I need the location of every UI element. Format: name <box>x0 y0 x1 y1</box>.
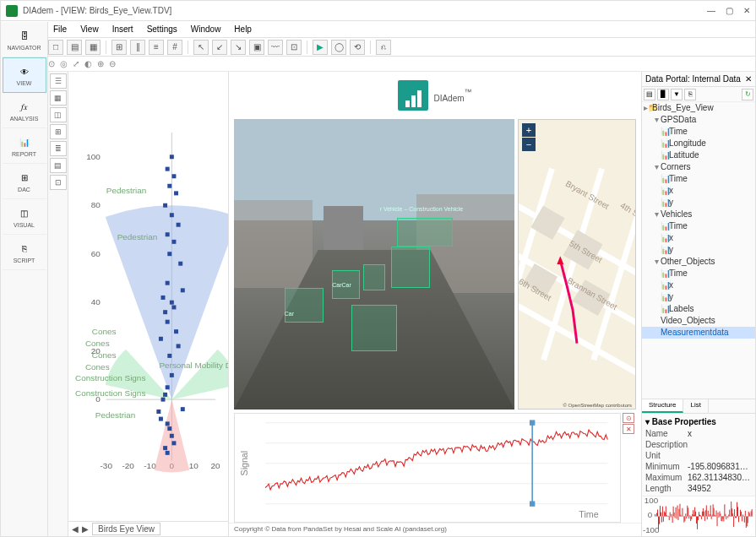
det-label-carcar: CarCar <box>332 282 351 288</box>
zoom-tool-3[interactable]: ⤢ <box>73 59 79 68</box>
svg-rect-20 <box>170 213 174 217</box>
tool-cursor[interactable]: ↖ <box>193 40 209 55</box>
new-button[interactable]: □ <box>48 40 63 55</box>
tree-gpsdata[interactable]: ▾GPSData <box>642 114 755 126</box>
svg-rect-47 <box>171 441 176 445</box>
vt-1[interactable]: ☰ <box>50 73 67 89</box>
vt-6[interactable]: ▤ <box>50 158 67 173</box>
tree-time[interactable]: 📊Time <box>642 220 755 232</box>
tree-measurementdata[interactable]: Measurementdata <box>642 327 755 339</box>
tab-list[interactable]: List <box>683 399 708 413</box>
map-zoom-in[interactable]: + <box>522 123 536 137</box>
map-zoom-out[interactable]: − <box>522 138 536 151</box>
vt-5[interactable]: ≣ <box>50 141 67 156</box>
zoom-tool-2[interactable]: ◎ <box>60 59 68 68</box>
nav-report[interactable]: 📊REPORT <box>3 128 46 164</box>
tree-vehicles[interactable]: ▾Vehicles <box>642 209 755 220</box>
vt-4[interactable]: ⊞ <box>50 124 67 139</box>
portal-tool-1[interactable]: ▤ <box>644 89 655 100</box>
maximize-button[interactable]: ▢ <box>726 6 733 15</box>
tree-x[interactable]: 📊x <box>642 185 755 197</box>
tree-time[interactable]: 📊Time <box>642 173 755 185</box>
svg-text:Construction Signs: Construction Signs <box>75 373 145 382</box>
nav-dac[interactable]: ⊞DAC <box>3 164 46 199</box>
tree-x[interactable]: 📊x <box>642 232 755 244</box>
close-button[interactable]: ✕ <box>743 6 750 15</box>
nav-next[interactable]: ▶ <box>82 524 89 534</box>
tree-time[interactable]: 📊Time <box>642 126 755 138</box>
svg-rect-49 <box>166 451 170 455</box>
play-button[interactable]: ▶ <box>313 40 328 55</box>
tab-structure[interactable]: Structure <box>642 399 683 413</box>
loop-button[interactable]: ⟲ <box>350 40 365 55</box>
tool-zoom[interactable]: ⊡ <box>286 40 302 55</box>
menu-window[interactable]: Window <box>186 23 226 35</box>
zoom-tool-5[interactable]: ⊕ <box>97 59 104 68</box>
svg-text:Cones: Cones <box>92 327 117 336</box>
svg-rect-17 <box>167 184 171 188</box>
nav-script[interactable]: ⎘SCRIPT <box>3 235 46 270</box>
open-button[interactable]: ▤ <box>67 40 82 55</box>
tree-labels[interactable]: 📊Labels <box>642 303 755 315</box>
menu-settings[interactable]: Settings <box>142 23 182 35</box>
signal-plot[interactable]: SignalTime <box>234 413 621 523</box>
menu-insert[interactable]: Insert <box>107 23 139 35</box>
portal-tool-4[interactable]: ⎘ <box>684 89 696 100</box>
tool-extra[interactable]: ⎌ <box>376 40 391 55</box>
portal-close[interactable]: ✕ <box>745 74 752 84</box>
scatter-tab[interactable]: Birds Eye View <box>92 523 160 535</box>
tree-corners[interactable]: ▾Corners <box>642 161 755 173</box>
tree-y[interactable]: 📊y <box>642 197 755 209</box>
nav-navigator[interactable]: 🗄NAVIGATOR <box>3 22 46 57</box>
mini-plot[interactable]: 100 0 -100 <box>642 496 755 536</box>
tree-y[interactable]: 📊y <box>642 291 755 303</box>
vt-2[interactable]: ▦ <box>50 90 67 106</box>
pause-button[interactable]: ◯ <box>331 40 346 55</box>
tree-other_objects[interactable]: ▾Other_Objects <box>642 256 755 268</box>
portal-refresh[interactable]: ↻ <box>742 89 753 100</box>
sig-tool-close[interactable]: ✕ <box>623 424 634 434</box>
vt-3[interactable]: ◫ <box>50 107 67 122</box>
menu-help[interactable]: Help <box>229 23 257 35</box>
menu-file[interactable]: File <box>48 23 72 35</box>
portal-tool-2[interactable]: ▉ <box>657 89 669 100</box>
tree-birds_eye_view[interactable]: ▸📁Birds_Eye_View <box>642 102 755 114</box>
tree-longitude[interactable]: 📊Longitude <box>642 138 755 149</box>
portal-filter[interactable]: ▼ <box>671 89 683 100</box>
tool-curve[interactable]: 〰 <box>268 40 283 55</box>
menu-view[interactable]: View <box>75 23 104 35</box>
svg-rect-41 <box>156 410 160 414</box>
svg-text:Cones: Cones <box>85 362 110 372</box>
zoom-tool-1[interactable]: ⊙ <box>48 59 55 68</box>
nav-prev[interactable]: ◀ <box>72 524 79 534</box>
tree-latitude[interactable]: 📊Latitude <box>642 149 755 161</box>
tool-grid[interactable]: ⊞ <box>111 40 127 55</box>
tree-time[interactable]: 📊Time <box>642 268 755 279</box>
tree-y[interactable]: 📊y <box>642 244 755 256</box>
tool-right[interactable]: ↘ <box>231 40 246 55</box>
tree-video_objects[interactable]: Video_Objects <box>642 315 755 327</box>
save-button[interactable]: ▦ <box>85 40 101 55</box>
nav-visual[interactable]: ◫VISUAL <box>3 199 46 235</box>
video-view[interactable]: Car CarCar r Vehicle – Construction Vehi… <box>234 119 514 410</box>
svg-text:Cones: Cones <box>92 350 117 360</box>
svg-text:80: 80 <box>91 200 101 209</box>
svg-text:60: 60 <box>91 249 101 258</box>
zoom-tool-4[interactable]: ◐ <box>84 59 92 68</box>
nav-analysis[interactable]: 𝑓𝑥ANALYSIS <box>3 93 46 128</box>
map-view[interactable]: Bryant Street 4th Street 5th Street 6th … <box>518 119 636 410</box>
tree-x[interactable]: 📊x <box>642 279 755 291</box>
birds-eye-plot[interactable]: 020406080100-30-20-1001020PedestrianPede… <box>68 72 228 521</box>
nav-view[interactable]: 👁VIEW <box>3 57 46 93</box>
tool-hash[interactable]: # <box>167 40 182 55</box>
tool-crop[interactable]: ▣ <box>249 40 264 55</box>
sig-tool-target[interactable]: ⊙ <box>623 413 634 423</box>
tool-left[interactable]: ↙ <box>212 40 227 55</box>
zoom-tool-6[interactable]: ⊖ <box>109 59 116 68</box>
minimize-button[interactable]: — <box>707 6 715 15</box>
tool-h2[interactable]: ≡ <box>149 40 164 55</box>
svg-rect-19 <box>163 203 167 208</box>
vt-7[interactable]: ⊡ <box>50 175 67 190</box>
tool-h1[interactable]: ‖ <box>130 40 145 55</box>
nav-label: ANALYSIS <box>10 116 39 122</box>
